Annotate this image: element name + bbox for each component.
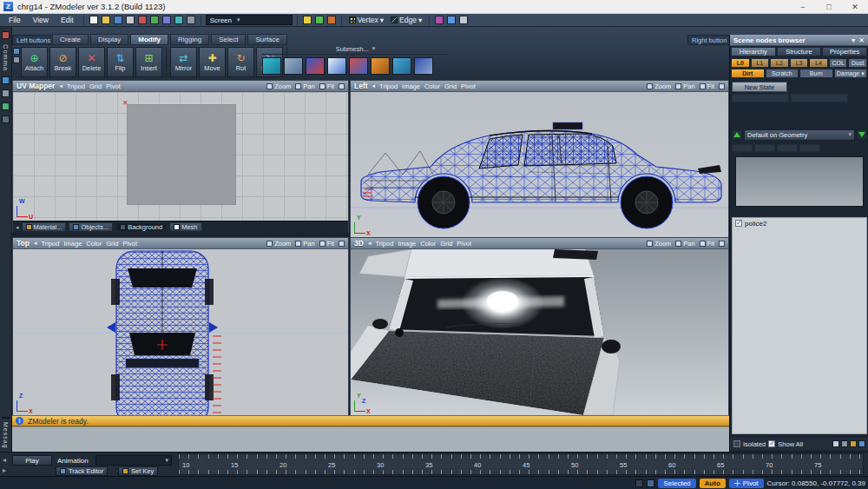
uv-selected-vertex-marker[interactable]: ✕ bbox=[122, 99, 128, 107]
3d-menu-pivot[interactable]: Pivot bbox=[457, 240, 471, 248]
left-menu-pivot[interactable]: Pivot bbox=[461, 83, 476, 90]
3d-menu-tripod[interactable]: Tripod bbox=[375, 240, 393, 248]
new-file-icon[interactable] bbox=[89, 16, 98, 24]
menu-view[interactable]: View bbox=[28, 16, 54, 24]
left-buttons-chip[interactable]: Left buttons bbox=[12, 35, 55, 45]
status-icon-1[interactable] bbox=[635, 479, 643, 487]
commands-strip-label[interactable]: Comma bbox=[2, 44, 10, 71]
close-messages-icon[interactable] bbox=[2, 417, 10, 419]
assign-down-icon[interactable] bbox=[857, 129, 867, 140]
geometry-action-4[interactable] bbox=[799, 144, 820, 152]
top-pan-tool[interactable]: Pan bbox=[295, 240, 314, 248]
lod-l4-button[interactable]: L4 bbox=[809, 58, 828, 68]
edge-mode-toggle[interactable]: Edge ▾ bbox=[388, 16, 424, 24]
top-menu-grid[interactable]: Grid bbox=[106, 240, 118, 248]
submesh-icon-5[interactable] bbox=[349, 57, 368, 75]
filter-icon-3[interactable] bbox=[850, 440, 857, 447]
left-zoom-tool[interactable]: Zoom bbox=[647, 83, 671, 90]
maximize-viewport-icon[interactable] bbox=[339, 83, 345, 89]
close-button[interactable]: ✕ bbox=[842, 0, 868, 14]
3d-pan-tool[interactable]: Pan bbox=[675, 240, 694, 248]
left-fit-tool[interactable]: Fit bbox=[700, 83, 714, 90]
set-key-button[interactable]: Set Key bbox=[118, 466, 158, 476]
tab-create[interactable]: Create bbox=[52, 34, 89, 45]
new-state-button[interactable]: New State bbox=[732, 82, 787, 92]
grid-toggle-icon[interactable] bbox=[315, 16, 324, 24]
top-menu-image[interactable]: Image bbox=[63, 240, 82, 248]
tool-icon-2[interactable] bbox=[2, 89, 10, 97]
top-zoom-tool[interactable]: Zoom bbox=[266, 240, 291, 248]
mirror-button[interactable]: ⇄ Mirror bbox=[170, 47, 197, 77]
play-button[interactable]: Play bbox=[12, 455, 52, 466]
state-action-button-2[interactable] bbox=[791, 94, 848, 102]
object-mode-icon[interactable] bbox=[447, 16, 456, 24]
submesh-icon-7[interactable] bbox=[392, 57, 411, 75]
rotate-button[interactable]: ↻ Rot bbox=[227, 47, 254, 77]
left-menu-color[interactable]: Color bbox=[424, 83, 440, 90]
options-icon[interactable] bbox=[187, 16, 195, 24]
expand-ribbon-icon[interactable] bbox=[13, 56, 20, 63]
collapse-icon[interactable]: ◂ bbox=[368, 240, 372, 247]
3d-menu-image[interactable]: Image bbox=[398, 240, 416, 248]
message-log[interactable] bbox=[12, 426, 729, 452]
vertex-mode-toggle[interactable]: Vertex ▾ bbox=[346, 16, 386, 24]
3d-fit-tool[interactable]: Fit bbox=[700, 240, 714, 248]
selected-mode-button[interactable]: Selected bbox=[658, 479, 695, 488]
3d-menu-color[interactable]: Color bbox=[420, 240, 436, 248]
left-menu-tripod[interactable]: Tripod bbox=[379, 83, 398, 90]
maximize-viewport-icon[interactable] bbox=[719, 241, 725, 247]
menu-file[interactable]: File bbox=[3, 16, 26, 24]
import-icon[interactable] bbox=[126, 16, 135, 24]
polygon-mode-icon[interactable] bbox=[435, 16, 444, 24]
close-panel-icon[interactable] bbox=[2, 31, 10, 39]
tab-structure[interactable]: Structure bbox=[777, 47, 822, 56]
undo-icon[interactable] bbox=[150, 16, 159, 24]
tool-icon-3[interactable] bbox=[2, 102, 10, 110]
node-row-police2[interactable]: ✓ police2 bbox=[733, 218, 866, 228]
timeline-ruler[interactable]: 10 15 20 25 30 35 40 45 50 55 60 65 70 7… bbox=[178, 453, 864, 475]
uv-fit-tool[interactable]: Fit bbox=[319, 83, 334, 90]
left-canvas[interactable]: Y X bbox=[351, 92, 728, 237]
top-menu-color[interactable]: Color bbox=[86, 240, 102, 248]
open-icon[interactable] bbox=[102, 16, 110, 24]
tool-icon-4[interactable] bbox=[2, 116, 10, 123]
tab-rigging[interactable]: Rigging bbox=[170, 34, 209, 45]
tab-hierarchy[interactable]: Hierarchy bbox=[731, 47, 776, 56]
submesh-icon-6[interactable] bbox=[371, 57, 390, 75]
geometry-action-3[interactable] bbox=[777, 144, 798, 152]
pivot-mode-button[interactable]: Pivot bbox=[729, 479, 764, 488]
collapse-icon[interactable]: ◂ bbox=[34, 240, 37, 247]
break-button[interactable]: ⊘ Break bbox=[49, 47, 76, 77]
isolated-checkbox[interactable] bbox=[733, 440, 740, 447]
lod-l2-button[interactable]: L2 bbox=[770, 58, 789, 68]
tab-surface[interactable]: Surface bbox=[247, 34, 287, 45]
geometry-action-2[interactable] bbox=[754, 144, 775, 152]
messages-strip-label[interactable]: Messag bbox=[3, 422, 9, 449]
maximize-viewport-icon[interactable] bbox=[339, 241, 345, 247]
track-editor-button[interactable]: Track Editor bbox=[56, 466, 108, 476]
right-button-chip[interactable]: Right button bbox=[687, 35, 731, 45]
3d-zoom-tool[interactable]: Zoom bbox=[647, 240, 671, 248]
tool-icon-1[interactable] bbox=[2, 76, 10, 84]
auto-mode-button[interactable]: Auto bbox=[700, 479, 726, 488]
lod-col-button[interactable]: COL bbox=[829, 58, 848, 68]
objects-tab[interactable]: Objects... bbox=[69, 222, 113, 232]
material-tab[interactable]: Material... bbox=[22, 222, 67, 232]
axes-icon[interactable] bbox=[327, 16, 336, 24]
settings-icon[interactable] bbox=[174, 16, 183, 24]
pin-panel-icon[interactable]: ▾ bbox=[852, 36, 855, 44]
3d-menu-grid[interactable]: Grid bbox=[440, 240, 452, 248]
geometry-action-1[interactable] bbox=[732, 144, 753, 152]
tab-select[interactable]: Select bbox=[211, 34, 246, 45]
background-tab[interactable]: Background bbox=[115, 222, 167, 232]
snap-icon[interactable] bbox=[459, 16, 468, 24]
left-pan-tool[interactable]: Pan bbox=[675, 83, 694, 90]
expand-icon[interactable]: ▸ bbox=[3, 466, 6, 474]
screen-select[interactable]: Screen ▾ bbox=[206, 15, 293, 25]
close-panel-icon[interactable]: ✕ bbox=[858, 36, 865, 44]
maximize-viewport-icon[interactable] bbox=[719, 83, 725, 89]
tab-modify[interactable]: Modify bbox=[130, 34, 168, 45]
uv-mapping-region[interactable] bbox=[127, 104, 236, 205]
uv-menu-pivot[interactable]: Pivot bbox=[106, 83, 121, 90]
minimize-button[interactable]: − bbox=[790, 0, 816, 14]
